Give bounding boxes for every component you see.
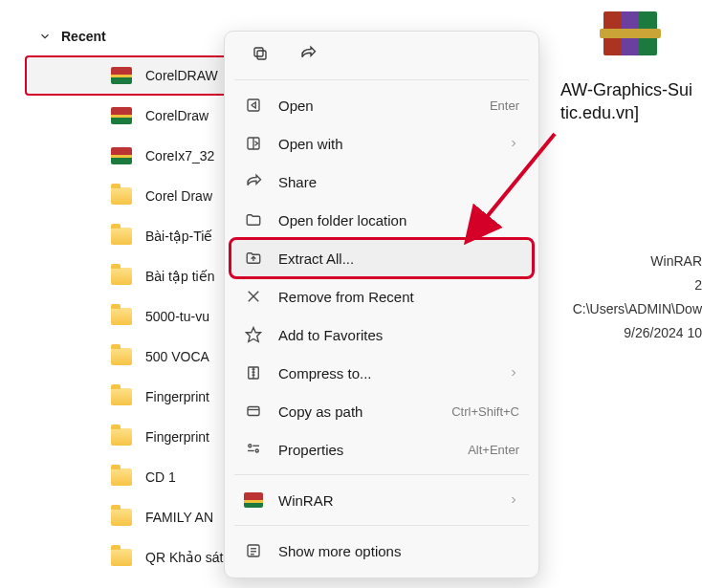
folder-icon	[111, 228, 132, 245]
svg-rect-2	[248, 99, 259, 111]
menu-hint: Alt+Enter	[468, 443, 519, 457]
menu-extract-all[interactable]: Extract All...	[230, 239, 533, 277]
more-options-icon	[244, 541, 263, 560]
folder-icon	[111, 187, 132, 205]
chevron-down-icon	[38, 30, 52, 43]
folder-icon	[111, 348, 132, 365]
divider	[234, 79, 529, 80]
svg-rect-12	[248, 407, 259, 416]
menu-open[interactable]: Open Enter	[230, 86, 533, 124]
chevron-right-icon	[508, 367, 519, 379]
menu-label: Extract All...	[278, 250, 519, 267]
recent-item-label: Corel Draw	[145, 188, 212, 204]
menu-hint: Enter	[490, 98, 519, 113]
menu-remove-from-recent[interactable]: Remove from Recent	[230, 277, 533, 316]
recent-item-label: Fingerprint	[145, 429, 209, 445]
recent-item-label: QR Khảo sát	[145, 550, 223, 565]
chevron-right-icon	[508, 494, 519, 506]
recent-item-label: Bài-tập-Tiế	[145, 229, 212, 244]
details-modified: 9/26/2024 10	[559, 321, 702, 345]
menu-open-folder-location[interactable]: Open folder location	[230, 201, 533, 239]
menu-compress-to[interactable]: Compress to...	[230, 354, 533, 392]
folder-icon	[111, 268, 132, 285]
folder-open-icon	[244, 210, 263, 229]
copy-icon[interactable]	[250, 43, 271, 64]
extract-icon	[244, 249, 263, 268]
menu-hint: Ctrl+Shift+C	[451, 404, 519, 419]
winrar-icon	[244, 492, 263, 508]
menu-share[interactable]: Share	[230, 163, 533, 201]
recent-item-label: CoreIx7_32	[145, 148, 214, 163]
context-menu: Open Enter Open with Share Open folder l…	[224, 31, 539, 578]
svg-rect-1	[254, 48, 263, 56]
divider	[234, 474, 529, 475]
details-type: WinRAR	[559, 250, 702, 273]
details-filename: AW-Graphics-Sui tic.edu.vn]	[559, 78, 702, 125]
open-icon	[244, 96, 263, 115]
details-count: 2	[559, 273, 702, 297]
menu-label: Show more options	[278, 543, 519, 559]
chevron-right-icon	[508, 138, 519, 149]
star-icon	[244, 325, 263, 344]
menu-winrar[interactable]: WinRAR	[230, 481, 533, 519]
properties-icon	[244, 440, 263, 459]
folder-icon	[111, 549, 132, 566]
details-meta: WinRAR 2 C:\Users\ADMIN\Dow 9/26/2024 10	[559, 250, 702, 346]
menu-label: Open folder location	[278, 212, 519, 229]
recent-header-label: Recent	[61, 29, 106, 44]
svg-marker-6	[247, 328, 261, 342]
menu-label: Open with	[278, 136, 493, 152]
recent-item-label: CD 1	[145, 469, 176, 485]
folder-icon	[111, 468, 132, 486]
folder-icon	[111, 308, 132, 325]
folder-icon	[111, 428, 132, 446]
recent-item-label: FAMILY AN	[145, 510, 213, 525]
copy-path-icon	[244, 402, 263, 421]
recent-item-label: CorelDraw	[145, 108, 208, 123]
menu-show-more-options[interactable]: Show more options	[230, 532, 533, 570]
share-arrow-icon[interactable]	[297, 43, 318, 64]
folder-icon	[111, 509, 132, 526]
rar-archive-large-icon	[596, 2, 665, 55]
svg-point-14	[249, 445, 252, 447]
menu-properties[interactable]: Properties Alt+Enter	[230, 430, 533, 468]
recent-item-label: Fingerprint	[145, 389, 209, 404]
menu-label: Copy as path	[278, 403, 436, 420]
menu-label: Compress to...	[278, 365, 493, 381]
context-menu-quick-actions	[230, 39, 533, 74]
menu-label: Share	[278, 174, 519, 190]
menu-label: Open	[278, 98, 474, 114]
rar-archive-icon	[111, 107, 132, 124]
recent-item-label: 500 VOCA	[145, 349, 209, 364]
open-with-icon	[244, 134, 263, 153]
menu-label: Properties	[278, 442, 452, 458]
menu-label: WinRAR	[278, 492, 493, 509]
recent-item-label: CorelDRAW	[145, 68, 218, 83]
menu-open-with[interactable]: Open with	[230, 124, 533, 163]
menu-add-to-favorites[interactable]: Add to Favorites	[230, 316, 533, 354]
recent-item-label: 5000-tu-vu	[145, 309, 209, 324]
recent-item-label: Bài tập tiến	[145, 269, 214, 284]
rar-archive-icon	[111, 147, 132, 164]
svg-rect-0	[257, 51, 266, 59]
share-icon	[244, 172, 263, 191]
menu-copy-as-path[interactable]: Copy as path Ctrl+Shift+C	[230, 392, 533, 430]
menu-label: Remove from Recent	[278, 289, 519, 305]
folder-icon	[111, 388, 132, 405]
svg-point-16	[255, 449, 258, 452]
menu-label: Add to Favorites	[278, 327, 519, 343]
rar-archive-icon	[111, 67, 132, 84]
compress-icon	[244, 363, 263, 382]
details-path: C:\Users\ADMIN\Dow	[559, 297, 702, 321]
details-panel: AW-Graphics-Sui tic.edu.vn] WinRAR 2 C:\…	[559, 0, 702, 345]
remove-icon	[244, 287, 263, 306]
divider	[234, 525, 529, 526]
